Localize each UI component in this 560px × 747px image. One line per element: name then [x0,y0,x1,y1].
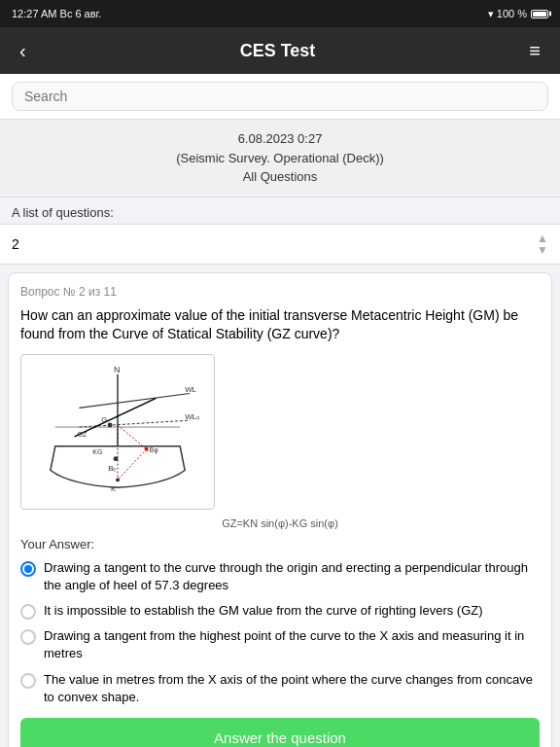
svg-text:B₀: B₀ [108,463,116,472]
answer-question-button[interactable]: Answer the question [20,718,540,747]
radio-d[interactable] [20,673,36,689]
svg-line-20 [118,448,147,480]
radio-c[interactable] [20,629,36,645]
diagram-caption: GZ=KN sin(φ)-KG sin(φ) [20,517,540,529]
info-line1: 6.08.2023 0:27 [10,129,550,149]
question-header: Вопрос № 2 из 11 [20,285,540,299]
svg-text:WL₀: WL₀ [185,412,199,421]
svg-text:WL: WL [185,384,196,393]
svg-line-15 [75,398,157,437]
status-bar: 12:27 AM Вс 6 авг. ▾ 100 % [0,0,560,27]
svg-line-19 [118,425,147,449]
answer-text-c: Drawing a tangent from the highest point… [44,627,540,662]
question-card: Вопрос № 2 из 11 How can an approximate … [8,272,552,748]
dropdown-arrows-icon: ▲▼ [537,232,548,256]
top-nav: ‹ CES Test ≡ [0,27,560,74]
battery-icon [531,10,548,18]
svg-text:Bφ: Bφ [150,445,159,453]
svg-text:GZ: GZ [78,431,88,438]
page-title: CES Test [240,41,316,61]
status-indicators: ▾ 100 % [488,8,548,20]
answer-option-d[interactable]: The value in metres from the X axis of t… [20,671,540,706]
svg-text:KG: KG [92,447,102,454]
svg-line-2 [80,393,191,408]
answer-text-a: Drawing a tangent to the curve through t… [44,559,540,594]
svg-point-7 [108,422,113,427]
dropdown-value: 2 [12,236,19,252]
answer-option-c[interactable]: Drawing a tangent from the highest point… [20,627,540,662]
back-nav-button[interactable]: ‹ [16,36,30,66]
stability-diagram: N WL WL₀ G B₀ K KG GZ Bφ [20,354,215,510]
menu-button[interactable]: ≡ [525,36,544,66]
answer-options: Drawing a tangent to the curve through t… [20,559,540,706]
answer-option-a[interactable]: Drawing a tangent to the curve through t… [20,559,540,594]
svg-text:K: K [111,484,117,493]
answer-text-d: The value in metres from the X axis of t… [44,671,540,706]
info-line2: (Seismic Survey. Operational (Deck)) [10,149,550,168]
status-time: 12:27 AM Вс 6 авг. [12,8,101,19]
radio-a[interactable] [20,561,36,577]
question-text: How can an approximate value of the init… [20,306,540,344]
question-dropdown[interactable]: 2 ▲▼ [0,224,560,265]
info-line3: All Questions [10,167,550,187]
wifi-icon: ▾ 100 % [488,8,527,20]
svg-text:N: N [114,364,120,374]
answer-text-b: It is impossible to establish the GM val… [44,602,483,620]
radio-b[interactable] [20,604,36,620]
your-answer-label: Your Answer: [20,537,540,551]
info-block: 6.08.2023 0:27 (Seismic Survey. Operatio… [0,120,560,197]
search-input[interactable] [12,82,548,111]
list-label: A list of questions: [0,197,560,224]
search-container [0,74,560,120]
answer-option-b[interactable]: It is impossible to establish the GM val… [20,602,540,620]
